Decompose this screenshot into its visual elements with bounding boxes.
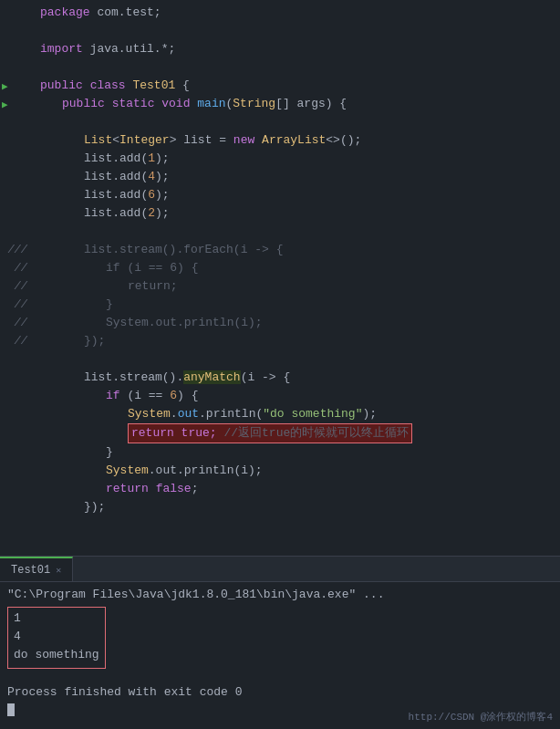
terminal-tab-test01[interactable]: Test01 ✕ <box>0 557 73 581</box>
code-line-28: }); <box>0 498 560 516</box>
gutter-19: // <box>0 335 33 348</box>
terminal-cursor <box>7 703 15 716</box>
terminal-output-line-1: 1 <box>14 609 99 628</box>
terminal-tabs: Test01 ✕ <box>0 557 560 582</box>
gutter-16: // <box>0 280 33 293</box>
code-line-25: } <box>0 443 560 462</box>
code-line-9: list.add(1); <box>0 150 560 168</box>
code-line-27: return false; <box>0 480 560 498</box>
terminal-process: Process finished with exit code 0 <box>7 685 553 699</box>
code-line-17: //} <box>0 296 560 314</box>
code-line-24: return true; //返回true的时候就可以终止循环 <box>0 423 560 443</box>
code-line-14: ///list.stream().forEach(i -> { <box>0 241 560 259</box>
code-line-2 <box>0 22 560 40</box>
code-line-12: list.add(2); <box>0 204 560 223</box>
code-line-5: ▶public class Test01 { <box>0 77 560 95</box>
code-line-19: //}); <box>0 332 560 350</box>
gutter-18: // <box>0 317 33 329</box>
code-line-22: if (i == 6) { <box>0 387 560 405</box>
code-line-15: //if (i == 6) { <box>0 259 560 277</box>
code-line-16: //return; <box>0 277 560 296</box>
code-line-21: list.stream().anyMatch(i -> { <box>0 369 560 387</box>
terminal-output-line-3: do something <box>14 646 99 664</box>
code-line-13 <box>0 223 560 241</box>
code-line-4 <box>0 58 560 77</box>
code-line-26: System.out.println(i); <box>0 462 560 480</box>
highlighted-return: return true; //返回true的时候就可以终止循环 <box>128 423 412 443</box>
code-line-10: list.add(4); <box>0 168 560 186</box>
code-line-23: System.out.println("do something"); <box>0 405 560 423</box>
terminal-tab-close[interactable]: ✕ <box>56 565 61 576</box>
terminal-command: "C:\Program Files\Java\jdk1.8.0_181\bin\… <box>7 588 553 601</box>
code-line-29 <box>0 516 560 535</box>
code-line-6: ▶public static void main(String[] args) … <box>0 95 560 113</box>
code-line-8: List<Integer> list = new ArrayList<>(); <box>0 131 560 150</box>
gutter-15: // <box>0 262 33 275</box>
terminal-panel: Test01 ✕ "C:\Program Files\Java\jdk1.8.0… <box>0 556 560 729</box>
terminal-tab-label: Test01 <box>11 564 50 577</box>
code-line-7 <box>0 113 560 131</box>
terminal-content: "C:\Program Files\Java\jdk1.8.0_181\bin\… <box>0 582 560 729</box>
run-icon[interactable]: ▶ <box>2 99 8 110</box>
code-line-3: import java.util.*; <box>0 40 560 58</box>
gutter-14: /// <box>0 244 33 256</box>
code-line-20 <box>0 350 560 369</box>
code-editor: package com.test;import java.util.*;▶pub… <box>0 0 560 556</box>
terminal-output-line-2: 4 <box>14 628 99 646</box>
code-line-1: package com.test; <box>0 4 560 22</box>
code-line-18: //System.out.println(i); <box>0 314 560 332</box>
run-icon[interactable]: ▶ <box>2 80 8 92</box>
code-line-11: list.add(6); <box>0 186 560 204</box>
gutter-17: // <box>0 298 33 311</box>
